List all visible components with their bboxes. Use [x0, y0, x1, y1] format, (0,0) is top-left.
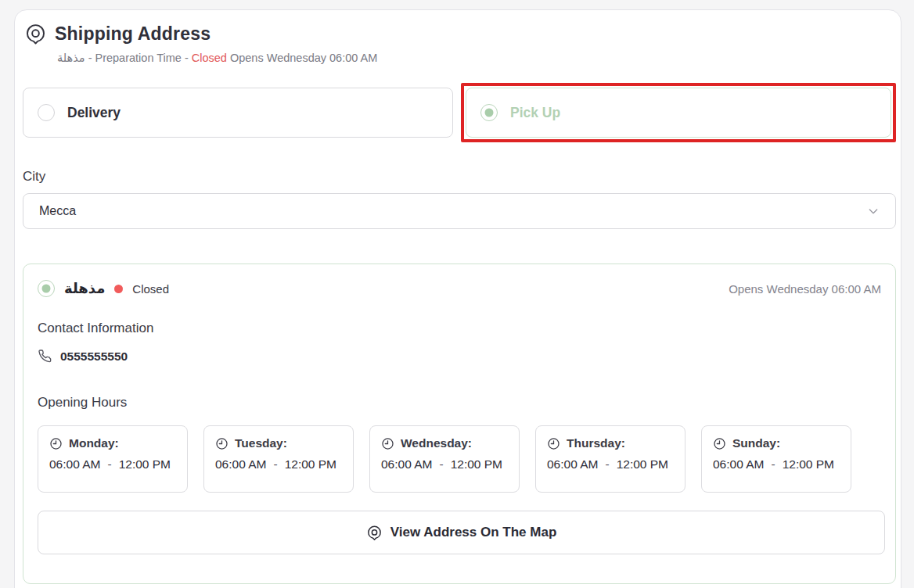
city-label: City: [23, 169, 896, 185]
city-select[interactable]: Mecca: [23, 193, 896, 229]
closed-status-dot: [114, 285, 123, 293]
fulfillment-options: Delivery Pick Up: [23, 83, 896, 142]
store-status-label: Closed: [132, 282, 169, 296]
day-card-sunday: Sunday: 06:00 AM-12:00 PM: [701, 425, 851, 493]
day-times: 06:00 AM-12:00 PM: [547, 457, 674, 471]
day-card-thursday: Thursday: 06:00 AM-12:00 PM: [535, 425, 686, 493]
day-times: 06:00 AM-12:00 PM: [381, 457, 508, 471]
day-name: Sunday:: [732, 436, 780, 450]
day-card-monday: Monday: 06:00 AM-12:00 PM: [38, 425, 188, 493]
clock-icon: [215, 437, 228, 450]
clock-icon: [713, 437, 726, 450]
location-pin-icon: [24, 23, 47, 45]
store-opens-text: Opens Wednesday 06:00 AM: [729, 282, 881, 296]
view-address-on-map-button[interactable]: View Address On The Map: [38, 511, 885, 554]
clock-icon: [547, 437, 560, 450]
pickup-radio[interactable]: [480, 104, 498, 121]
city-select-value: Mecca: [39, 204, 76, 218]
day-times: 06:00 AM-12:00 PM: [49, 457, 176, 471]
day-times: 06:00 AM-12:00 PM: [215, 457, 342, 471]
subtitle-store-name: مذهلة: [57, 52, 85, 64]
subtitle-status: Closed: [192, 52, 227, 64]
store-card-header: مذهلة Closed Opens Wednesday 06:00 AM: [38, 280, 881, 297]
day-name: Wednesday:: [401, 436, 472, 450]
day-card-wednesday: Wednesday: 06:00 AM-12:00 PM: [369, 425, 520, 493]
map-button-label: View Address On The Map: [390, 525, 557, 540]
store-card[interactable]: مذهلة Closed Opens Wednesday 06:00 AM Co…: [23, 264, 896, 584]
clock-icon: [381, 437, 394, 450]
store-name: مذهلة: [64, 280, 105, 297]
delivery-radio[interactable]: [38, 104, 55, 121]
day-name: Monday:: [69, 436, 119, 450]
day-times: 06:00 AM-12:00 PM: [713, 457, 840, 471]
clock-icon: [49, 437, 63, 450]
chevron-down-icon: [867, 205, 880, 217]
pickup-label: Pick Up: [510, 105, 560, 121]
shipping-address-panel: Shipping Address مذهلة - Preparation Tim…: [14, 9, 901, 588]
opening-hours-list: Monday: 06:00 AM-12:00 PM Tuesday: 06:: [38, 425, 881, 493]
day-card-tuesday: Tuesday: 06:00 AM-12:00 PM: [203, 425, 354, 493]
day-name: Tuesday:: [235, 436, 287, 450]
delivery-option[interactable]: Delivery: [23, 88, 453, 138]
opening-hours-heading: Opening Hours: [38, 395, 881, 411]
annotation-highlight-box: Pick Up: [461, 83, 896, 142]
day-name: Thursday:: [567, 436, 625, 450]
phone-icon: [38, 349, 52, 364]
store-radio[interactable]: [38, 280, 55, 297]
phone-row: 0555555550: [38, 349, 881, 364]
pickup-option[interactable]: Pick Up: [466, 88, 891, 138]
subtitle-opens: Opens Wednesday 06:00 AM: [227, 52, 377, 64]
delivery-label: Delivery: [67, 105, 121, 121]
phone-number: 0555555550: [60, 350, 128, 364]
panel-header: Shipping Address: [23, 23, 896, 45]
page-title: Shipping Address: [55, 23, 211, 45]
contact-information-heading: Contact Information: [38, 321, 881, 336]
location-pin-icon: [366, 525, 383, 541]
preparation-time-text: مذهلة - Preparation Time - Closed Opens …: [57, 52, 896, 64]
subtitle-middle: - Preparation Time -: [85, 52, 192, 64]
